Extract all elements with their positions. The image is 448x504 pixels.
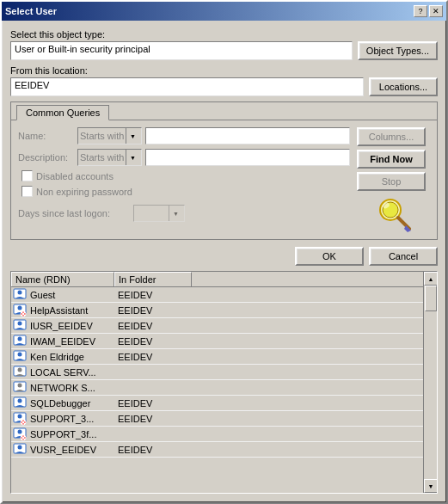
result-folder: EEIDEV xyxy=(114,352,152,362)
svg-point-21 xyxy=(18,383,22,387)
col-header-name[interactable]: Name (RDN) xyxy=(11,272,114,286)
table-row[interactable]: LOCAL SERV... xyxy=(11,365,423,380)
scroll-track[interactable] xyxy=(424,286,437,479)
result-folder: EEIDEV xyxy=(114,445,152,455)
disabled-accounts-checkbox[interactable] xyxy=(21,170,33,181)
result-name: SUPPORT_3f... xyxy=(28,429,114,439)
result-folder: EEIDEV xyxy=(114,398,152,409)
tab-content: Name: Starts with ▼ Description: Starts … xyxy=(11,120,437,239)
description-combo[interactable]: Starts with ▼ xyxy=(77,149,142,166)
svg-point-30 xyxy=(18,429,22,433)
user-row-icon xyxy=(11,319,28,333)
description-label: Description: xyxy=(18,152,74,163)
location-row: EEIDEV Locations... xyxy=(10,77,438,96)
svg-point-23 xyxy=(18,398,22,403)
object-types-button[interactable]: Object Types... xyxy=(358,41,438,60)
result-name: NETWORK S... xyxy=(28,383,114,393)
non-expiring-row: Non expiring password xyxy=(18,186,350,197)
result-name: LOCAL SERV... xyxy=(28,367,114,378)
result-name: IWAM_EEIDEV xyxy=(28,336,114,347)
table-row[interactable]: VUSR_EEIDEVEEIDEV xyxy=(11,442,423,458)
svg-point-15 xyxy=(18,336,22,341)
description-input[interactable] xyxy=(145,149,350,166)
table-row[interactable]: HelpAssistantEEIDEV xyxy=(11,303,423,318)
name-input[interactable] xyxy=(145,127,350,144)
days-logon-arrow: ▼ xyxy=(169,206,182,221)
right-panel: Columns... Find Now Stop xyxy=(357,127,430,232)
title-bar: Select User ? ✕ xyxy=(2,2,446,21)
table-row[interactable]: GuestEEIDEV xyxy=(11,287,423,303)
result-name: Guest xyxy=(28,290,114,300)
columns-button: Columns... xyxy=(357,127,426,146)
locations-button[interactable]: Locations... xyxy=(369,77,438,96)
results-body[interactable]: GuestEEIDEV HelpAssistantEEIDEV IUSR_EEI… xyxy=(11,287,423,493)
result-name: Ken Eldridge xyxy=(28,352,114,362)
result-folder: EEIDEV xyxy=(114,336,152,347)
svg-point-19 xyxy=(18,367,22,372)
result-name: SQLDebugger xyxy=(28,398,114,409)
table-row[interactable]: IUSR_EEIDEVEEIDEV xyxy=(11,318,423,334)
cancel-button[interactable]: Cancel xyxy=(369,247,438,266)
disabled-accounts-row: Disabled accounts xyxy=(18,170,350,181)
user-row-icon xyxy=(11,443,28,457)
table-row[interactable]: SQLDebuggerEEIDEV xyxy=(11,396,423,411)
scrollbar: ▲ ▼ xyxy=(423,272,437,493)
ok-cancel-row: OK Cancel xyxy=(10,247,438,266)
table-row[interactable]: Ken EldridgeEEIDEV xyxy=(11,349,423,365)
user-row-icon xyxy=(11,427,28,441)
result-name: HelpAssistant xyxy=(28,305,114,316)
name-combo-arrow[interactable]: ▼ xyxy=(126,128,139,144)
stop-button: Stop xyxy=(357,172,426,191)
result-name: SUPPORT_3... xyxy=(28,414,114,424)
search-graphic-icon xyxy=(373,194,414,232)
search-icon-area xyxy=(357,194,430,232)
result-folder: EEIDEV xyxy=(114,414,152,424)
svg-point-17 xyxy=(18,352,22,356)
object-type-section: Select this object type: User or Built-i… xyxy=(10,29,438,60)
name-label: Name: xyxy=(18,131,74,141)
days-logon-label: Days since last logon: xyxy=(18,208,130,218)
results-header: Name (RDN) In Folder xyxy=(11,272,423,287)
scroll-thumb[interactable] xyxy=(425,286,437,311)
help-button[interactable]: ? xyxy=(414,5,427,17)
result-name: IUSR_EEIDEV xyxy=(28,321,114,331)
description-combo-arrow[interactable]: ▼ xyxy=(126,150,139,165)
user-row-icon xyxy=(11,335,28,348)
result-folder: EEIDEV xyxy=(114,321,152,331)
results-section: Name (RDN) In Folder GuestEEIDEV HelpAss… xyxy=(10,271,438,494)
svg-point-8 xyxy=(18,305,22,310)
ok-button[interactable]: OK xyxy=(295,247,364,266)
scroll-up-button[interactable]: ▲ xyxy=(424,272,438,286)
col-header-folder[interactable]: In Folder xyxy=(114,272,192,286)
location-section: From this location: EEIDEV Locations... xyxy=(10,65,438,96)
location-label: From this location: xyxy=(10,65,438,76)
result-folder: EEIDEV xyxy=(114,305,152,316)
object-type-row: User or Built-in security principal Obje… xyxy=(10,41,438,60)
table-row[interactable]: IWAM_EEIDEVEEIDEV xyxy=(11,334,423,349)
table-row[interactable]: SUPPORT_3f... xyxy=(11,427,423,442)
close-button[interactable]: ✕ xyxy=(429,5,443,17)
result-folder: EEIDEV xyxy=(114,290,152,300)
window-content: Select this object type: User or Built-i… xyxy=(2,21,446,502)
svg-point-13 xyxy=(18,321,22,325)
common-queries-tab[interactable]: Common Queries xyxy=(16,105,109,120)
disabled-accounts-label: Disabled accounts xyxy=(36,171,114,181)
user-row-icon xyxy=(11,412,28,426)
table-row[interactable]: SUPPORT_3...EEIDEV xyxy=(11,411,423,427)
find-now-button[interactable]: Find Now xyxy=(357,150,426,169)
non-expiring-label: Non expiring password xyxy=(36,187,132,197)
table-row[interactable]: NETWORK S... xyxy=(11,380,423,396)
user-row-icon xyxy=(11,366,28,379)
scroll-down-button[interactable]: ▼ xyxy=(424,479,438,493)
select-user-window: Select User ? ✕ Select this object type:… xyxy=(0,0,448,504)
svg-point-6 xyxy=(18,290,22,294)
name-combo[interactable]: Starts with ▼ xyxy=(77,127,142,144)
window-title: Select User xyxy=(5,6,57,16)
name-row: Name: Starts with ▼ xyxy=(18,127,350,144)
object-type-input: User or Built-in security principal xyxy=(10,41,353,60)
svg-point-35 xyxy=(18,445,22,449)
non-expiring-checkbox[interactable] xyxy=(21,186,33,197)
queries-form: Name: Starts with ▼ Description: Starts … xyxy=(18,127,350,232)
svg-point-25 xyxy=(18,414,22,418)
user-row-icon xyxy=(11,288,28,302)
